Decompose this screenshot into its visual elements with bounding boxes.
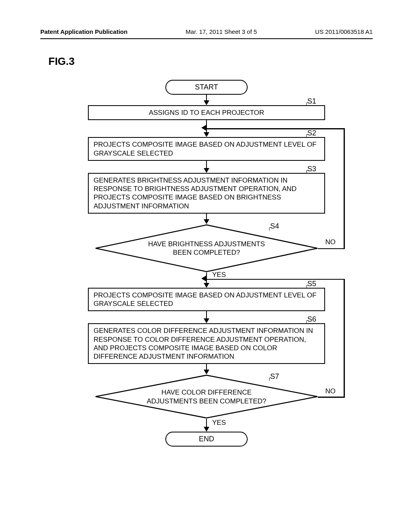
page: Patent Application Publication Mar. 17, … [0, 0, 413, 463]
step-label-s3: S3 [305, 164, 316, 174]
terminator-start: START [165, 80, 248, 95]
arrow [206, 95, 207, 100]
step-label-s1: S1 [305, 97, 316, 106]
loop-line [206, 128, 345, 129]
process-s2-text: PROJECTS COMPOSITE IMAGE BASED ON ADJUST… [94, 141, 317, 157]
terminator-start-text: START [195, 83, 218, 91]
arrow [206, 364, 207, 370]
header-center: Mar. 17, 2011 Sheet 3 of 5 [186, 28, 257, 35]
process-s1: S1 ASSIGNS ID TO EACH PROJECTOR [88, 105, 325, 120]
arrow [206, 272, 207, 283]
arrow-head-icon [204, 219, 209, 224]
process-s3-text: GENERATES BRIGHTNESS ADJUSTMENT INFORMAT… [94, 177, 296, 210]
decision-s7-text: HAVE COLOR DIFFERENCE ADJUSTMENTS BEEN C… [146, 388, 267, 405]
header-right: US 2011/0063518 A1 [315, 28, 373, 35]
arrow-head-icon [204, 370, 209, 374]
process-s3: S3 GENERATES BRIGHTNESS ADJUSTMENT INFOR… [88, 173, 325, 214]
arrow-head-icon [204, 168, 209, 173]
decision-s4: S4 HAVE BRIGHTNESS ADJUSTMENTS BEEN COMP… [94, 224, 319, 272]
decision-s7-no: NO [325, 387, 336, 395]
step-label-s6: S6 [305, 315, 316, 324]
decision-s4-text: HAVE BRIGHTNESS ADJUSTMENTS BEEN COMPLET… [146, 240, 267, 257]
arrow-head-icon [204, 318, 209, 323]
header-rule [40, 38, 373, 39]
decision-s7: S7 HAVE COLOR DIFFERENCE ADJUSTMENTS BEE… [94, 374, 319, 419]
process-s5: S5 PROJECTS COMPOSITE IMAGE BASED ON ADJ… [88, 288, 325, 312]
process-s1-text: ASSIGNS ID TO EACH PROJECTOR [149, 109, 264, 116]
figure-label: FIG.3 [48, 55, 373, 68]
arrow [206, 214, 207, 219]
terminator-end-text: END [199, 435, 214, 443]
process-s2: S2 PROJECTS COMPOSITE IMAGE BASED ON ADJ… [88, 137, 325, 161]
arrow-head-icon [201, 276, 206, 281]
terminator-end: END [165, 432, 248, 447]
loop-line [318, 397, 344, 398]
arrow-head-icon [204, 283, 209, 288]
step-label-s5: S5 [305, 279, 316, 289]
arrow [206, 311, 207, 318]
arrow [206, 161, 207, 168]
process-s6: S6 GENERATES COLOR DIFFERENCE ADJUSTMENT… [88, 323, 325, 364]
step-label-s2: S2 [305, 129, 316, 138]
step-label-s7: S7 [268, 372, 279, 381]
flowchart: START S1 ASSIGNS ID TO EACH PROJECTOR S2… [65, 80, 348, 447]
arrow-head-icon [204, 132, 209, 137]
decision-s4-yes: YES [212, 271, 226, 279]
loop-line [206, 279, 345, 280]
decision-s4-no: NO [325, 238, 336, 246]
arrow [206, 120, 207, 132]
page-header: Patent Application Publication Mar. 17, … [40, 28, 373, 35]
header-left: Patent Application Publication [40, 28, 127, 35]
decision-s7-yes: YES [212, 419, 226, 427]
loop-line [318, 248, 344, 249]
process-s6-text: GENERATES COLOR DIFFERENCE ADJUSTMENT IN… [94, 327, 313, 360]
arrow-head-icon [201, 125, 206, 131]
arrow-head-icon [204, 427, 209, 432]
arrow [206, 419, 207, 427]
arrow-head-icon [204, 100, 209, 105]
process-s5-text: PROJECTS COMPOSITE IMAGE BASED ON ADJUST… [94, 291, 317, 308]
step-label-s4: S4 [268, 222, 279, 231]
